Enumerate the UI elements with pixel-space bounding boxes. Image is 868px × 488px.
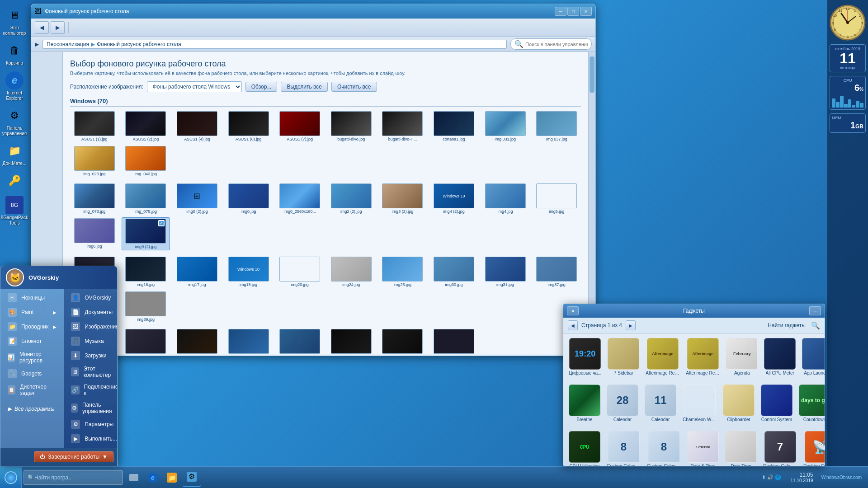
image-item[interactable]: img39.jpg (122, 291, 170, 323)
image-item[interactable]: img_043.jpg (122, 145, 170, 177)
image-item[interactable]: img5.jpg (532, 183, 581, 215)
gadget-item-cpuutil[interactable]: CPU CPU Utilization (567, 429, 602, 466)
gadget-item-datetime[interactable]: 17:03:00 Date & Time (685, 429, 721, 466)
gadget-item-chameleon[interactable]: Chameleon We... (681, 383, 718, 424)
start-item-notepad[interactable]: 📝 Блокнот (0, 334, 64, 348)
desktop-icon-folder[interactable]: 📁 Дон.Мате... (0, 140, 29, 168)
image-item[interactable]: img0.jpg (224, 183, 273, 215)
desktop-icon-trash[interactable]: 🗑 Корзина (0, 40, 29, 68)
gadget-item-datetime2[interactable]: Date Time (723, 429, 759, 466)
image-item[interactable]: img_075.jpg (122, 183, 170, 215)
image-item[interactable]: img17.jpg (173, 256, 222, 288)
gadget-item-calendar2[interactable]: 11 Calendar (643, 383, 678, 424)
start-item-connect[interactable]: 🔗 Подключение к (64, 381, 118, 399)
image-item[interactable]: img129.jpg (173, 328, 222, 354)
image-item[interactable]: img_073.jpg (70, 183, 119, 215)
image-item[interactable]: img25.jpg (378, 256, 427, 288)
gadget-item-cpumeter[interactable]: All CPU Meter (762, 336, 797, 377)
desktop-icon-ie[interactable]: e Internet Explorer (0, 70, 29, 103)
start-item-paint[interactable]: 🎨 Paint ▶ (0, 305, 64, 319)
image-item[interactable]: ASUS1 (6).jpg (224, 110, 273, 142)
scroll-thumb[interactable] (590, 56, 594, 93)
image-item[interactable]: img4.jpg (481, 183, 530, 215)
image-item[interactable]: img16.jpg (122, 256, 170, 288)
start-item-documents[interactable]: 📄 Документы (64, 305, 118, 319)
taskbar-icon-ie[interactable]: e (144, 469, 162, 487)
start-item-scissors[interactable]: ✂ Ножницы (0, 291, 64, 305)
select-all-button[interactable]: Выделить все (281, 82, 328, 92)
search-input[interactable] (525, 42, 588, 47)
image-item[interactable]: img2 (2).jpg (327, 183, 376, 215)
shutdown-button[interactable]: ⏻ Завершение работы ▼ (34, 451, 113, 462)
gadget-item-breathe[interactable]: Breathe (567, 383, 602, 424)
image-item[interactable]: imgx04.jpg (378, 328, 427, 354)
taskbar-item-control-panel[interactable]: ⚙ (183, 469, 201, 487)
image-item[interactable]: img24.jpg (327, 256, 376, 288)
gadget-item-clock[interactable]: 19:20 Цифровые ча... (567, 336, 603, 377)
start-item-music[interactable]: 🎵 Музыка (64, 334, 118, 348)
image-item[interactable]: img301.jpg (224, 328, 273, 354)
breadcrumb[interactable]: Персонализация ▶ Фоновый рисунок рабочег… (42, 40, 507, 49)
gadget-item-afterimage2[interactable]: Afterimage Afterimage Res... (684, 336, 722, 377)
gadgets-minimize-button[interactable]: ─ (809, 306, 821, 315)
taskbar-icon-task-view[interactable] (125, 469, 143, 487)
start-button[interactable] (0, 467, 22, 488)
gadget-item-customcal1[interactable]: 8 Custom Calendar (605, 429, 642, 466)
start-item-settings[interactable]: ⚙ Параметры (64, 417, 118, 432)
desktop-icon-gadget-tools[interactable]: 8G 8GadgetPack Tools (0, 194, 29, 228)
image-item[interactable]: ASUS1 (1).jpg (70, 110, 119, 142)
close-button[interactable]: ✕ (580, 7, 592, 16)
image-item[interactable]: img30.jpg (429, 256, 478, 288)
image-item[interactable]: img0_2560x160... (275, 183, 324, 215)
location-select[interactable]: Фоны рабочего стола Windows (147, 81, 242, 92)
start-item-downloads[interactable]: ⬇ Загрузки (64, 348, 118, 363)
maximize-button[interactable]: □ (567, 7, 579, 16)
search-box[interactable]: 🔍 (510, 38, 592, 50)
start-item-control-panel[interactable]: ⚙ Панель управления (64, 399, 118, 417)
image-item[interactable]: Windows 10 img18.jpg (224, 256, 273, 288)
image-item[interactable]: ASUS1 (2).jpg (122, 110, 170, 142)
image-item[interactable]: Img 031.jpg (481, 110, 530, 142)
gadget-item-7sidebar[interactable]: 7 Sidebar (606, 336, 641, 377)
image-item[interactable]: Windows 10 img4 (2).jpg (429, 183, 478, 215)
desktop-icon-control-panel[interactable]: ⚙ Панель управления (0, 105, 29, 138)
main-content[interactable]: Выбор фонового рисунка рабочего стола Вы… (63, 52, 588, 354)
gadget-item-afterimage1[interactable]: Afterimage Afterimage Res... (644, 336, 681, 377)
image-item[interactable]: cortana1.jpg (429, 110, 478, 142)
gadget-item-clipboarder[interactable]: Clipboarder (721, 383, 756, 424)
gadget-item-deskcalc[interactable]: 7 Desktop Calcula... (761, 429, 799, 466)
image-item[interactable]: img3 (2).jpg (378, 183, 427, 215)
gadget-item-controlsystem[interactable]: Control System (759, 383, 794, 424)
image-item[interactable]: ASUS1 (7).jpg (275, 110, 324, 142)
desktop-icon-key[interactable]: 🔑 (0, 170, 29, 192)
gadgets-next-button[interactable]: ▶ (626, 320, 636, 330)
gadgets-prev-button[interactable]: ◀ (568, 320, 578, 330)
start-item-this-computer[interactable]: 🖥 Этот компьютер (64, 363, 118, 381)
image-item[interactable]: ASUS1 (4).jpg (173, 110, 222, 142)
image-item[interactable]: imgx03.jpg (327, 328, 376, 354)
image-item[interactable]: ⊞ img0 (2).jpg (173, 183, 222, 215)
start-item-run[interactable]: ▶ Выполнить... (64, 432, 118, 446)
image-item[interactable]: bugatti-divo.jpg (327, 110, 376, 142)
taskbar-search-input[interactable] (34, 474, 111, 481)
start-item-images[interactable]: 🖼 Изображения (64, 319, 118, 334)
gadget-item-calendar1[interactable]: 28 Calendar (605, 383, 640, 424)
find-gadgets-button[interactable]: 🔍 (811, 321, 820, 330)
image-item[interactable] (429, 328, 478, 354)
image-item[interactable]: img20.jpg (275, 256, 324, 288)
taskbar-clock[interactable]: 11:05 11.10.2019 (787, 472, 816, 483)
image-item[interactable]: img6.jpg (70, 217, 119, 250)
start-item-task-manager[interactable]: 📋 Диспетчер задач (0, 381, 64, 399)
start-item-resource-monitor[interactable]: 📊 Монитор ресурсов (0, 348, 64, 366)
all-programs-button[interactable]: ▶ Все программы (0, 403, 64, 415)
gadget-item-customcal2[interactable]: 8 Custom Calendar (645, 429, 683, 466)
image-item[interactable]: Img 037.jpg (532, 110, 581, 142)
image-item[interactable]: img37.jpg (532, 256, 581, 288)
gadgets-close-button[interactable]: ✕ (567, 306, 579, 315)
forward-button[interactable]: ▶ (51, 21, 65, 34)
image-item[interactable]: img_023.jpg (70, 145, 119, 177)
start-item-explorer[interactable]: 📁 Проводник ▶ (0, 319, 64, 334)
gadget-item-agenda[interactable]: February Agenda (724, 336, 760, 377)
taskbar-search-box[interactable]: 🔍 (24, 470, 123, 485)
gadget-item-countdown[interactable]: days to go Countdown (797, 383, 825, 424)
